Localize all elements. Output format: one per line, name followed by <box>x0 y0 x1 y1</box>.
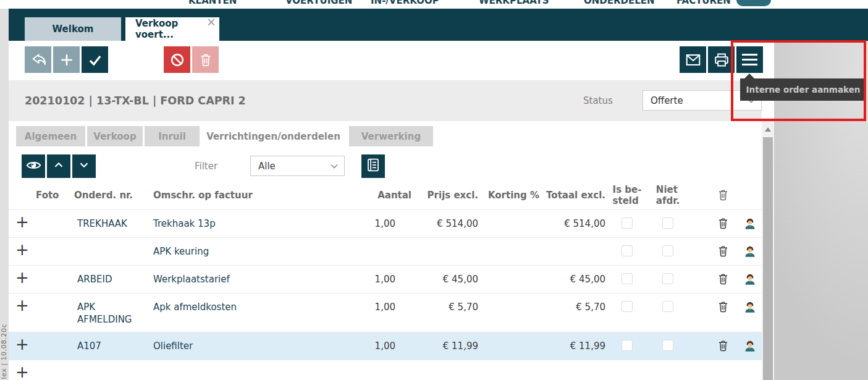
mechanic-person-icon[interactable] <box>736 238 762 265</box>
email-button[interactable] <box>680 46 706 73</box>
niet-afdr-checkbox[interactable] <box>662 217 673 229</box>
add-button[interactable] <box>53 46 80 73</box>
expand-row-button[interactable]: + <box>9 332 36 360</box>
order-lines-table: Foto Onderd. nr. Omschr. op factuur Aant… <box>9 180 762 380</box>
mechanic-person-icon[interactable] <box>736 210 762 237</box>
order-title-bar: 20210102 | 13-TX-BL | FORD CAPRI 2 Statu… <box>9 80 762 121</box>
mechanic-person-icon[interactable] <box>736 293 762 332</box>
subtab-verkoop[interactable]: Verkoop <box>87 126 143 146</box>
header-prijs-excl: Prijs excl. <box>411 180 478 209</box>
tab-band: Welkom Verkoop voert... × <box>9 9 868 41</box>
confirm-button[interactable] <box>82 46 108 73</box>
description-cell[interactable]: Apk afmeldkosten <box>151 293 371 332</box>
niet-afdr-checkbox[interactable] <box>662 273 673 284</box>
price-cell[interactable] <box>411 238 478 265</box>
is-besteld-checkbox[interactable] <box>622 301 633 312</box>
niet-afdr-cell <box>649 332 687 360</box>
move-line-down-button[interactable] <box>72 154 96 178</box>
part-number-cell[interactable]: A107 <box>68 332 151 360</box>
subtab-inruil[interactable]: Inruil <box>145 126 200 146</box>
qty-cell[interactable]: 1,00 <box>371 210 411 237</box>
part-number-cell[interactable]: TREKHAAK <box>68 210 151 237</box>
plus-icon <box>59 52 75 68</box>
nav-item-voertuigen[interactable]: VOERTUIGEN <box>285 0 352 7</box>
filter-label: Filter <box>195 154 217 178</box>
cancel-button[interactable] <box>164 46 190 73</box>
niet-afdr-checkbox[interactable] <box>662 245 673 256</box>
price-cell[interactable]: € 45,00 <box>411 266 478 293</box>
vertical-scrollbar[interactable] <box>762 121 774 380</box>
nav-item-onderdelen[interactable]: ONDERDELEN <box>584 0 655 7</box>
scroll-up-button[interactable] <box>762 121 774 137</box>
is-besteld-checkbox[interactable] <box>622 245 633 256</box>
nav-user-pill[interactable] <box>736 0 771 6</box>
is-besteld-checkbox[interactable] <box>622 340 633 351</box>
expand-row-button[interactable]: + <box>9 266 36 293</box>
qty-cell[interactable]: 1,00 <box>371 266 411 293</box>
description-cell[interactable]: APK keuring <box>151 238 371 265</box>
delete-row-button[interactable] <box>709 332 736 360</box>
expand-row-button[interactable]: + <box>9 238 36 265</box>
cancel-icon <box>169 51 186 69</box>
nav-item-facturen[interactable]: FACTUREN <box>676 0 731 7</box>
view-lines-button[interactable] <box>22 154 45 178</box>
tooltip: Interne order aanmaken <box>740 78 866 101</box>
app-window: KLANTEN VOERTUIGEN IN-/VERKOOP WERKPLAAT… <box>0 0 868 380</box>
nav-item-werkplaats[interactable]: WERKPLAATS <box>479 0 549 7</box>
price-cell[interactable]: € 514,00 <box>411 210 478 237</box>
nav-item-klanten[interactable]: KLANTEN <box>188 0 237 7</box>
price-cell[interactable]: € 5,70 <box>411 293 478 332</box>
discount-cell[interactable] <box>478 238 539 265</box>
mechanic-person-icon[interactable] <box>736 332 762 360</box>
description-cell[interactable]: Trekhaak 13p <box>151 210 371 237</box>
print-button[interactable] <box>708 46 735 73</box>
description-cell[interactable]: Oliefilter <box>151 332 371 360</box>
undo-button[interactable] <box>25 46 51 73</box>
qty-cell[interactable]: 1,00 <box>371 332 411 360</box>
nav-item-in-verkoop[interactable]: IN-/VERKOOP <box>371 0 439 7</box>
delete-row-button[interactable] <box>709 266 736 293</box>
discount-cell[interactable] <box>478 210 539 237</box>
header-trash-icon <box>709 180 736 209</box>
is-besteld-cell <box>605 266 649 293</box>
chevron-up-icon <box>52 158 65 174</box>
delete-button[interactable] <box>192 46 219 73</box>
mechanic-person-icon[interactable] <box>736 266 762 293</box>
niet-afdr-checkbox[interactable] <box>662 340 673 351</box>
expand-row-button[interactable]: + <box>9 293 36 332</box>
discount-cell[interactable] <box>478 332 539 360</box>
tab-welkom[interactable]: Welkom <box>25 17 121 41</box>
scrollbar-thumb[interactable] <box>763 137 773 380</box>
foto-cell <box>36 332 68 360</box>
part-number-cell[interactable] <box>68 238 151 265</box>
internal-order-menu-button[interactable] <box>736 46 763 73</box>
niet-afdr-checkbox[interactable] <box>662 301 673 312</box>
delete-row-button[interactable] <box>709 210 736 237</box>
qty-cell[interactable] <box>371 238 411 265</box>
niet-afdr-cell <box>649 210 687 237</box>
filter-dropdown[interactable]: Alle <box>250 156 345 176</box>
table-row: + TREKHAAK Trekhaak 13p 1,00 € 514,00 € … <box>9 210 762 238</box>
description-cell[interactable]: Werkplaatstarief <box>151 266 371 293</box>
expand-row-button[interactable]: + <box>9 360 36 380</box>
delete-row-button[interactable] <box>709 238 736 265</box>
part-number-cell[interactable]: ARBEID <box>68 266 151 293</box>
is-besteld-checkbox[interactable] <box>622 217 633 229</box>
discount-cell[interactable] <box>478 293 539 332</box>
part-number-cell[interactable]: APK AFMELDING <box>68 293 151 332</box>
is-besteld-checkbox[interactable] <box>622 273 633 284</box>
qty-cell[interactable]: 1,00 <box>371 293 411 332</box>
tab-verkoop-voertuig[interactable]: Verkoop voert... × <box>125 17 219 41</box>
table-row: + APK AFMELDING Apk afmeldkosten 1,00 € … <box>9 293 762 332</box>
delete-row-button[interactable] <box>709 293 736 332</box>
catalog-button[interactable] <box>361 154 385 178</box>
price-cell[interactable]: € 11,99 <box>411 332 478 360</box>
subtab-verrichtingen-onderdelen[interactable]: Verrichtingen/onderdelen <box>201 126 345 146</box>
close-tab-icon[interactable]: × <box>206 16 216 28</box>
subtab-verwerking[interactable]: Verwerking <box>349 126 433 146</box>
subtab-algemeen[interactable]: Algemeen <box>16 126 85 146</box>
niet-afdr-cell <box>649 293 687 332</box>
discount-cell[interactable] <box>478 266 539 293</box>
move-line-up-button[interactable] <box>47 154 70 178</box>
expand-row-button[interactable]: + <box>9 210 36 237</box>
